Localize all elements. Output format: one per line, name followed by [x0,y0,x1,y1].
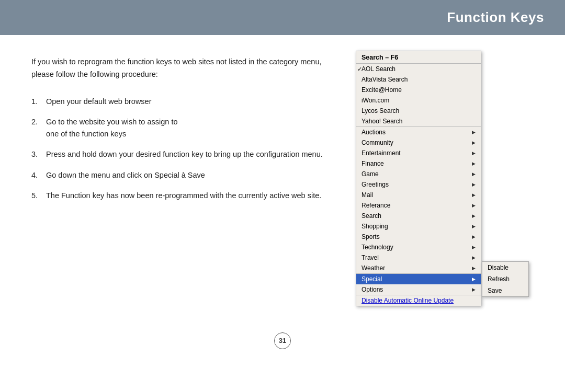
page-number: 31 [274,332,291,349]
step-4: 4. Go down the menu and click on Special… [31,169,335,181]
menu-item-options[interactable]: Options [356,284,481,295]
menu-item-iwon[interactable]: iWon.com [356,95,481,106]
step-1: 1. Open your default web browser [31,96,335,108]
menu-item-excite[interactable]: Excite@Home [356,85,481,95]
menu-container: Search – F6 AOL Search AltaVista Search … [356,51,481,306]
page-title: Function Keys [21,9,544,26]
menu-item-mail[interactable]: Mail [356,190,481,200]
menu-item-sports[interactable]: Sports [356,232,481,242]
step-2: 2. Go to the website you wish to assign … [31,116,335,140]
menu-item-technology[interactable]: Technology [356,242,481,252]
search-items-section: AOL Search AltaVista Search Excite@Home … [356,64,481,126]
menu-item-game[interactable]: Game [356,169,481,179]
menu-item-referance[interactable]: Referance [356,200,481,211]
menu-title: Search – F6 [356,51,481,64]
page-number-area: 31 [0,332,565,349]
menu-item-entertainment[interactable]: Entertainment [356,148,481,158]
menu-item-lycos[interactable]: Lycos Search [356,106,481,116]
menu-item-community[interactable]: Community [356,137,481,148]
step-5: 5. The Function key has now been re-prog… [31,190,335,202]
menu-item-special[interactable]: Special Disable Refresh Save [356,274,481,284]
menu-item-travel[interactable]: Travel [356,252,481,263]
submenu-disable[interactable]: Disable [482,262,528,273]
menu-item-search[interactable]: Search [356,211,481,221]
instructions-panel: If you wish to reprogram the function ke… [31,56,335,306]
special-submenu: Disable Refresh Save [482,261,529,297]
menu-item-auctions[interactable]: Auctions [356,127,481,137]
menu-item-finance[interactable]: Finance [356,158,481,169]
menu-item-aol[interactable]: AOL Search [356,64,481,74]
menu-item-greetings[interactable]: Greetings [356,179,481,190]
submenu-save[interactable]: Save [482,285,528,296]
content-area: If you wish to reprogram the function ke… [0,35,565,317]
special-section: Special Disable Refresh Save Options [356,273,481,295]
submenu-refresh[interactable]: Refresh [482,273,528,285]
menu-item-shopping[interactable]: Shopping [356,221,481,232]
menu-screenshot: Search – F6 AOL Search AltaVista Search … [356,51,534,306]
menu-item-altavista[interactable]: AltaVista Search [356,74,481,85]
menu-item-weather[interactable]: Weather [356,263,481,273]
page-header: Function Keys [0,0,565,35]
steps-list: 1. Open your default web browser 2. Go t… [31,96,335,202]
menu-item-yahoo[interactable]: Yahoo! Search [356,116,481,126]
category-section: Auctions Community Entertainment Finance… [356,126,481,273]
step-3: 3. Press and hold down your desired func… [31,148,335,160]
intro-text: If you wish to reprogram the function ke… [31,56,335,81]
menu-item-disable-update[interactable]: Disable Automatic Online Update [356,295,481,306]
bottom-section: Disable Automatic Online Update [356,295,481,306]
